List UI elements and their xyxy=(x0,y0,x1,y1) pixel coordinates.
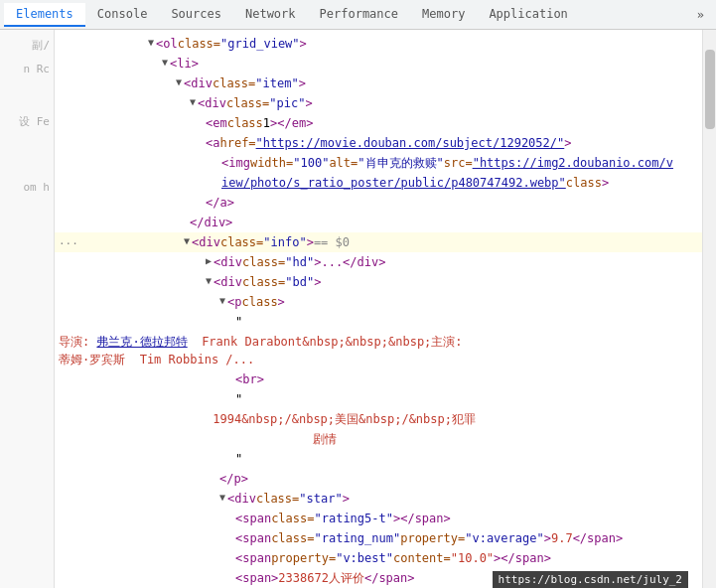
code-line[interactable]: <img width="100" alt="肖申克的救赎" src="https… xyxy=(55,153,702,173)
text-quote3: " xyxy=(235,450,242,468)
attr-value: "grid_view" xyxy=(220,35,299,53)
rating-value: 9.7 xyxy=(551,529,573,547)
tab-sources[interactable]: Sources xyxy=(159,3,233,27)
code-line[interactable]: <em class1></em> xyxy=(55,113,702,133)
attr-class-hd: class= xyxy=(242,253,285,271)
tab-application[interactable]: Application xyxy=(477,3,579,27)
tab-console[interactable]: Console xyxy=(85,3,160,27)
attr-val-star: "star" xyxy=(299,490,342,508)
code-panel[interactable]: ▼ <ol class="grid_view"> ▼ <li> ▼ <div c… xyxy=(55,30,702,588)
attr-val-item: "item" xyxy=(255,74,298,92)
attr-class-star: class= xyxy=(256,490,299,508)
tag-span-r5t: <span xyxy=(235,510,271,527)
attr-href: href= xyxy=(219,134,255,152)
attr-alt: alt= xyxy=(329,154,358,172)
code-line[interactable]: ▼ <div class="bd"> xyxy=(55,272,702,292)
tag-close: > xyxy=(300,35,307,53)
scrollbar-thumb[interactable] xyxy=(705,50,715,129)
attr-val-r5t: "rating5-t" xyxy=(314,510,392,527)
code-line[interactable]: <br> xyxy=(55,369,702,389)
attr-val-bd: "bd" xyxy=(285,273,314,291)
tag-div: <div xyxy=(184,74,213,92)
attr-val-avg: "v:average" xyxy=(465,529,543,547)
expand-arrow-bd[interactable]: ▼ xyxy=(206,273,212,288)
code-line-genre[interactable]: 剧情 xyxy=(55,429,702,449)
genre-text: 剧情 xyxy=(59,430,337,448)
sidebar-hints: 副/ n Rc 设 Fe om h xyxy=(0,30,55,588)
tag-div-pic: <div xyxy=(198,94,226,112)
scrollbar-area[interactable] xyxy=(702,30,716,588)
review-count: 2338672人评价 xyxy=(278,569,364,587)
expand-arrow-p[interactable]: ▼ xyxy=(219,293,225,308)
attr-class-r5t: class= xyxy=(271,510,314,527)
expand-arrow[interactable]: ▼ xyxy=(148,35,154,50)
tag-em: <em xyxy=(206,114,227,132)
expand-arrow[interactable]: ▼ xyxy=(184,233,190,248)
code-line[interactable]: <span>2338672人评价</span> xyxy=(55,568,702,588)
hint-24 xyxy=(0,240,54,246)
code-line[interactable]: <a href="https://movie.douban.com/subjec… xyxy=(55,133,702,153)
tag-img: <img xyxy=(221,154,250,172)
code-line[interactable]: <span class="rating5-t"></span> xyxy=(55,509,702,528)
hint-2: n Rc xyxy=(0,58,54,81)
tag-ol: <ol xyxy=(156,35,178,53)
code-line[interactable]: </a> xyxy=(55,193,702,213)
code-line[interactable]: </p> xyxy=(55,469,702,489)
tag-span-best: <span xyxy=(235,549,271,567)
tab-more[interactable]: » xyxy=(689,4,712,26)
code-line[interactable]: " xyxy=(55,449,702,469)
code-line-info[interactable]: ... ▼ <div class="info"> == $0 xyxy=(55,232,702,252)
code-line[interactable]: ▼ <div class="item"> xyxy=(55,74,702,93)
expand-arrow-hd[interactable]: ▶ xyxy=(206,253,212,268)
tag-p: <p xyxy=(227,293,241,311)
attr-class1: class xyxy=(227,114,263,132)
code-line[interactable]: </div> xyxy=(55,213,702,232)
attr-val-src-cont: iew/photo/s_ratio_poster/public/p4807474… xyxy=(221,174,566,192)
tag-div-star: <div xyxy=(227,490,256,508)
attr-val-pic: "pic" xyxy=(269,94,305,112)
expand-arrow[interactable]: ▼ xyxy=(190,94,196,109)
attr-class: class= xyxy=(213,74,255,92)
code-line[interactable]: ▼ <li> xyxy=(55,54,702,74)
tag-span-count: <span> xyxy=(235,569,278,587)
tag-a-close: </a> xyxy=(206,194,234,212)
tag-div-info: <div xyxy=(192,233,220,251)
tag-br: <br> xyxy=(235,370,264,388)
expand-arrow-star[interactable]: ▼ xyxy=(219,490,225,505)
tab-network[interactable]: Network xyxy=(233,3,308,27)
year-text: 1994&nbsp;/&nbsp;美国&nbsp;/&nbsp;犯罪 xyxy=(59,410,476,428)
code-line[interactable]: ▼ <div class="pic"> xyxy=(55,93,702,113)
attr-val-width: "100" xyxy=(293,154,329,172)
tag-li: <li> xyxy=(170,55,199,73)
attr-content: content= xyxy=(393,549,451,567)
code-line-year[interactable]: 1994&nbsp;/&nbsp;美国&nbsp;/&nbsp;犯罪 xyxy=(55,409,702,429)
code-line[interactable]: ▶ <div class="hd">...</div> xyxy=(55,252,702,272)
text-quote2: " xyxy=(235,390,242,408)
tab-memory[interactable]: Memory xyxy=(410,3,477,27)
code-line[interactable]: ▼ <div class="star"> xyxy=(55,489,702,509)
code-line[interactable]: <span class="rating_num" property="v:ave… xyxy=(55,528,702,548)
attr-class-rnum: class= xyxy=(271,529,314,547)
attr-val-src: "https://img2.doubanio.com/v xyxy=(473,154,673,172)
main-area: 副/ n Rc 设 Fe om h ▼ <ol xyxy=(0,30,716,588)
code-line[interactable]: ▼ <p class> xyxy=(55,292,702,312)
code-line[interactable]: <span property="v:best" content="10.0"><… xyxy=(55,548,702,568)
code-line-director[interactable]: 导演: 弗兰克·德拉邦特 Frank Darabont&nbsp;&nbsp;&… xyxy=(55,332,702,369)
code-line[interactable]: iew/photo/s_ratio_poster/public/p4807474… xyxy=(55,173,702,193)
attr-val-alt: "肖申克的救赎" xyxy=(358,154,443,172)
expand-arrow[interactable]: ▼ xyxy=(162,55,168,70)
code-line[interactable]: " xyxy=(55,312,702,332)
code-line[interactable]: ▼ <ol class="grid_view"> xyxy=(55,34,702,54)
expand-arrow[interactable]: ▼ xyxy=(176,74,182,89)
tab-elements[interactable]: Elements xyxy=(4,3,85,27)
text-quote: " xyxy=(235,313,242,331)
tag-a: <a xyxy=(206,134,219,152)
code-line[interactable]: " xyxy=(55,389,702,409)
attr-class-img: class xyxy=(566,174,602,192)
tab-performance[interactable]: Performance xyxy=(308,3,410,27)
tag-p-close: </p> xyxy=(219,470,248,488)
attr-class-bd: class= xyxy=(242,273,285,291)
tag-span-rnum: <span xyxy=(235,529,271,547)
dollar-sign: == $0 xyxy=(314,233,350,251)
hint-1: 副/ xyxy=(0,34,54,58)
